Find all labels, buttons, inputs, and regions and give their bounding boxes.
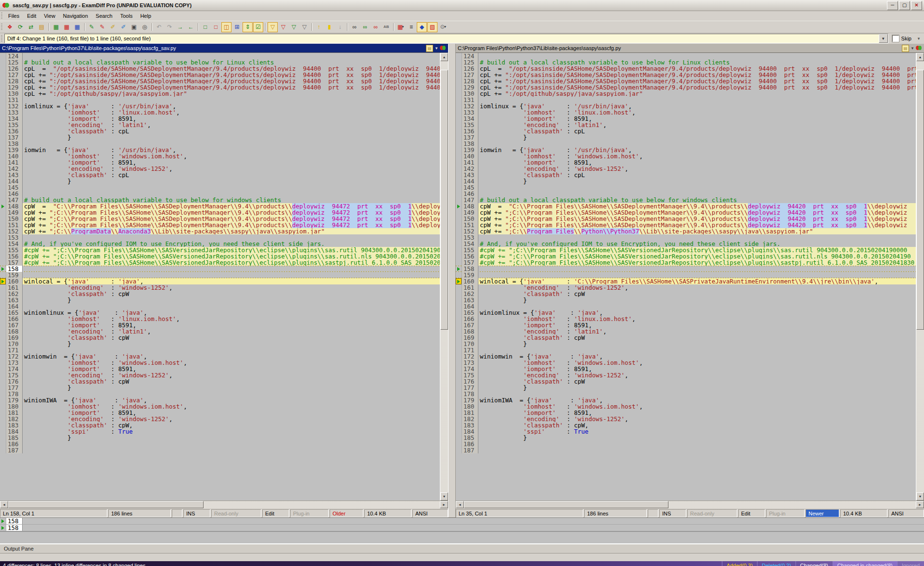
code-line[interactable]: 162 'classpath' : cpW xyxy=(0,291,440,297)
code-line[interactable]: 184 'sspi' : True xyxy=(0,428,440,435)
code-line[interactable]: 168 'encoding' : 'latin1', xyxy=(0,328,440,334)
code-line[interactable]: 133 'iomhost' : 'linux.iom.host', xyxy=(0,109,440,116)
code-line[interactable]: 185 } xyxy=(456,435,916,441)
undo-icon[interactable]: ↶ xyxy=(154,22,164,32)
left-code-area[interactable]: 124125# build out a local classpath vari… xyxy=(0,53,440,501)
code-line[interactable]: 130cpL += ":/opt/github/saspy/java/saspy… xyxy=(456,90,916,97)
left-scroll-right-icon[interactable]: ► xyxy=(440,501,448,508)
code-line[interactable]: 130cpL += ":/opt/github/saspy/java/saspy… xyxy=(0,90,440,97)
code-line[interactable]: 173 'iomhost' : 'windows.iom.host', xyxy=(0,360,440,366)
code-line[interactable]: 152cpW += ";C:\\ProgramData\\Anaconda3\\… xyxy=(0,228,440,234)
right-scroll-down-icon[interactable]: ▼ xyxy=(916,492,924,501)
horizontal-layout-icon[interactable]: ⊞ xyxy=(232,22,242,32)
code-line[interactable]: 182 'encoding' : 'windows-1252', xyxy=(0,416,440,422)
code-line[interactable]: 175 'encoding' : 'windows-1252', xyxy=(456,372,916,378)
left-scroll-down-icon[interactable]: ▼ xyxy=(440,492,448,501)
code-line[interactable]: 181 'iomport' : 8591, xyxy=(456,410,916,416)
code-line[interactable]: 164 xyxy=(456,303,916,309)
code-line[interactable]: 183 'classpath' : cpW, xyxy=(0,422,440,428)
code-line[interactable]: 154# And, if you've configured IOM to us… xyxy=(0,241,440,247)
code-line[interactable]: 176 'classpath' : cpW xyxy=(0,378,440,385)
code-line[interactable]: 142 'encoding' : 'windows-1252', xyxy=(456,166,916,172)
right-scroll-left-icon[interactable]: ◄ xyxy=(456,501,464,508)
code-line[interactable]: 144 } xyxy=(456,178,916,184)
settings-gear-icon[interactable]: ⚙▾ xyxy=(438,22,448,32)
code-line[interactable]: 151cpW += ";C:\\Program Files\\SASHome\\… xyxy=(0,222,440,228)
right-hscroll-thumb[interactable] xyxy=(464,501,668,508)
code-line[interactable]: 178 xyxy=(456,391,916,397)
code-line[interactable]: 137 } xyxy=(456,134,916,141)
code-line[interactable]: 143 'classpath' : cpL xyxy=(0,172,440,178)
code-line[interactable]: 187 xyxy=(456,447,916,453)
code-line[interactable]: 170 } xyxy=(0,341,440,347)
save-second-icon[interactable]: ▦ xyxy=(62,22,72,32)
code-line[interactable]: 179winiomIWA = {'java' : 'java', xyxy=(456,397,916,403)
diff-marker-icon[interactable] xyxy=(0,525,5,530)
code-line[interactable]: 169 'classpath' : cpW xyxy=(0,334,440,341)
close-button[interactable]: ✕ xyxy=(911,1,922,10)
recompare-icon[interactable]: ⟳ xyxy=(15,22,26,32)
code-line[interactable]: 124 xyxy=(456,53,916,59)
code-line[interactable]: 186 xyxy=(0,441,440,447)
code-line[interactable]: 161 'encoding' : 'windows-1252', xyxy=(456,284,916,291)
code-line[interactable]: 166 'iomhost' : 'linux.iom.host', xyxy=(0,316,440,322)
plugins-icon[interactable]: ◆ xyxy=(417,22,427,32)
code-line[interactable]: 166 'iomhost' : 'linux.iom.host', xyxy=(456,316,916,322)
find-icon[interactable]: ∞ xyxy=(349,22,359,32)
right-file-header[interactable]: C:\Program Files\Python\Python37\Lib\sit… xyxy=(456,44,924,52)
right-header-file-icon[interactable]: ▤ xyxy=(902,45,909,52)
menu-navigation[interactable]: Navigation xyxy=(59,12,92,20)
code-line[interactable]: 134 'iomport' : 8591, xyxy=(456,116,916,122)
code-line[interactable]: 149cpW += ";C:\\Program Files\\SASHome\\… xyxy=(456,209,916,216)
maximize-button[interactable]: ▢ xyxy=(899,1,910,10)
code-line[interactable]: 128cpL += ":/opt/sasinside/SASHome/SASDe… xyxy=(0,78,440,84)
right-scroll-up-icon[interactable]: ▲ xyxy=(916,53,924,61)
edit-second-icon[interactable]: ✎ xyxy=(97,22,107,32)
code-line[interactable]: 185 } xyxy=(0,435,440,441)
code-line[interactable]: 146 xyxy=(456,191,916,197)
code-line[interactable]: 177 } xyxy=(456,385,916,391)
show-first-pane-icon[interactable]: □ xyxy=(200,22,210,32)
current-diff-combo[interactable]: Diff 4: Change 1 line (160, first file) … xyxy=(4,34,888,43)
menu-files[interactable]: Files xyxy=(4,12,23,20)
code-line[interactable]: 163 } xyxy=(456,297,916,303)
code-line[interactable]: 184 'sspi' : True xyxy=(456,428,916,435)
code-line[interactable]: 183 'classpath' : cpW, xyxy=(456,422,916,428)
split-view-icon[interactable]: ◫ xyxy=(221,22,231,32)
current-diff-icon[interactable]: ▮ xyxy=(324,22,334,32)
diff-marker-icon[interactable] xyxy=(0,204,5,209)
redo-icon[interactable]: ↷ xyxy=(165,22,175,32)
code-line[interactable]: 178 xyxy=(0,391,440,397)
code-line[interactable]: 129cpL += ":/opt/sasinside/SASHome/SASDe… xyxy=(456,84,916,90)
code-line[interactable]: 137 } xyxy=(0,134,440,141)
code-line[interactable]: 141 'iomport' : 8591, xyxy=(456,159,916,166)
code-line[interactable]: 150cpW += ";C:\\Program Files\\SASHome\\… xyxy=(0,216,440,222)
code-line[interactable]: 177 } xyxy=(0,385,440,391)
diff-marker-icon[interactable] xyxy=(456,204,461,209)
code-line[interactable]: 158 xyxy=(0,266,440,272)
diff-marker-icon[interactable] xyxy=(0,266,5,271)
find-in-first-icon[interactable]: ∞ xyxy=(360,22,370,32)
code-line[interactable]: 135 'encoding' : 'latin1', xyxy=(0,122,440,128)
current-diff-marker-icon[interactable] xyxy=(0,278,6,284)
open-files-icon[interactable]: ▤ xyxy=(37,22,47,32)
match-case-icon[interactable]: AB xyxy=(381,22,391,32)
toolbar-grip[interactable] xyxy=(1,24,2,30)
code-line[interactable]: 158 xyxy=(0,518,924,525)
code-line[interactable]: 150cpW += ";C:\\Program Files\\SASHome\\… xyxy=(456,216,916,222)
code-line[interactable]: 155#cpW += ";C:\\Program Files\\SASHome\… xyxy=(456,247,916,253)
right-code-area[interactable]: 124125# build out a local classpath vari… xyxy=(456,53,916,501)
code-line[interactable]: 151cpW += ";C:\\Program Files\\SASHome\\… xyxy=(456,222,916,228)
code-line[interactable]: 145 xyxy=(456,184,916,191)
code-line[interactable]: 156#cpW += ";C:\\Program Files\\SASHome\… xyxy=(456,253,916,259)
code-line[interactable]: 140 'iomhost' : 'windows.iom.host', xyxy=(0,153,440,159)
code-line[interactable]: 148cpW = "C:\\Program Files\\SASHome\\SA… xyxy=(0,203,440,209)
code-line[interactable]: 172winiomwin = {'java' : 'java', xyxy=(0,353,440,360)
code-line[interactable]: 181 'iomport' : 8591, xyxy=(0,410,440,416)
code-line[interactable]: 146 xyxy=(0,191,440,197)
code-line[interactable]: 160winlocal = {'java' : 'C:\\Program Fil… xyxy=(456,278,916,284)
code-line[interactable]: 138 xyxy=(0,141,440,147)
left-horizontal-scrollbar[interactable]: ◄ ► xyxy=(0,501,448,508)
code-line[interactable]: 157#cpW += ";C:\\Program Files\\SASHome\… xyxy=(456,259,916,266)
filter-added-icon[interactable]: ▽ xyxy=(289,22,299,32)
